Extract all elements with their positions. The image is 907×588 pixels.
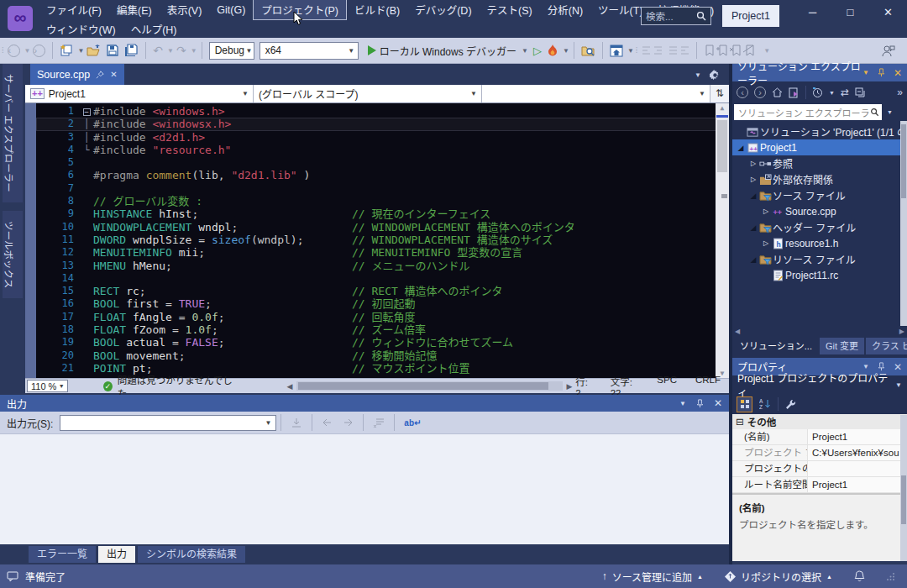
expanded-arrow-icon[interactable]: ◢ bbox=[736, 144, 746, 152]
code-line[interactable]: 13HMENU hMenu;// メニューのハンドル bbox=[36, 260, 729, 272]
select-repository-button[interactable]: リポジトリの選択 ▲ bbox=[725, 570, 832, 584]
member-scope-dropdown[interactable]: ▼ bbox=[482, 85, 710, 102]
property-row[interactable]: プロジェクトの依存 bbox=[732, 461, 907, 477]
menu-item[interactable]: 分析(N) bbox=[540, 0, 590, 19]
window-position-icon[interactable]: ▼ bbox=[679, 400, 686, 407]
properties-scrollbar[interactable] bbox=[900, 415, 907, 561]
code-line[interactable]: 8// グローバル変数 : bbox=[36, 195, 729, 207]
code-line[interactable]: 9HINSTANCE hInst;// 現在のインターフェイス bbox=[36, 207, 729, 220]
close-icon[interactable]: ✕ bbox=[894, 67, 902, 79]
property-category-row[interactable]: ⊟ その他 bbox=[732, 414, 907, 429]
property-value[interactable] bbox=[808, 461, 907, 476]
categorized-icon[interactable] bbox=[737, 396, 752, 412]
zoom-level-dropdown[interactable]: 110 %▼ bbox=[27, 380, 68, 392]
expanded-arrow-icon[interactable]: ◢ bbox=[748, 192, 758, 200]
navigate-forward-icon[interactable]: › bbox=[33, 45, 45, 57]
close-tab-icon[interactable]: ✕ bbox=[110, 70, 117, 79]
bookmark-icons[interactable] bbox=[704, 45, 759, 56]
minimize-button[interactable]: ─ bbox=[794, 0, 831, 27]
window-position-icon[interactable]: ▼ bbox=[862, 69, 869, 76]
back-icon[interactable]: ‹ bbox=[737, 87, 748, 98]
code-line[interactable]: 15RECT rc;// RECT 構造体へのポインタ bbox=[36, 285, 729, 297]
tree-item[interactable]: ◢リソース ファイル bbox=[732, 251, 907, 267]
navigate-back-icon[interactable]: ‹ bbox=[8, 45, 20, 57]
expanded-arrow-icon[interactable]: ◢ bbox=[748, 223, 758, 232]
scrollbar-thumb[interactable] bbox=[717, 120, 727, 172]
bell-icon[interactable] bbox=[854, 570, 865, 582]
output-source-dropdown[interactable]: ▼ bbox=[60, 415, 276, 431]
collapsed-arrow-icon[interactable]: ▷ bbox=[761, 207, 771, 215]
collapsed-arrow-icon[interactable]: ▷ bbox=[748, 160, 758, 167]
tree-item[interactable]: ◢ヘッダー ファイル bbox=[732, 219, 907, 235]
solution-explorer-scrollbar[interactable] bbox=[900, 121, 907, 326]
tree-item[interactable]: ◢++Project1 bbox=[732, 139, 907, 155]
code-line[interactable]: 19BOOL actual = FALSE;// ウィンドウに合わせてズーム bbox=[36, 336, 729, 349]
tool-tab[interactable]: クラス ビュー bbox=[866, 338, 907, 354]
code-line[interactable]: 6#pragma comment(lib, "d2d1.lib" ) bbox=[36, 169, 729, 181]
property-value[interactable]: Project1 bbox=[808, 477, 907, 492]
code-line[interactable]: 11DWORD wndplSize = sizeof(wndpl);// WIN… bbox=[36, 234, 729, 246]
redo-icon[interactable]: ↷ bbox=[176, 44, 186, 57]
platform-dropdown[interactable]: x64▼ bbox=[260, 42, 359, 60]
collapse-all-icon[interactable] bbox=[855, 87, 865, 98]
resize-grip-icon[interactable] bbox=[887, 572, 895, 580]
editor-vertical-scrollbar[interactable]: ▲ ▼ bbox=[716, 103, 729, 378]
code-line[interactable]: 10WINDOWPLACEMENT wndpl;// WINDOWPLACEME… bbox=[36, 221, 729, 234]
wrench-icon[interactable] bbox=[785, 399, 796, 410]
close-icon[interactable]: ✕ bbox=[714, 397, 722, 409]
tree-item[interactable]: ▷hresource1.h bbox=[732, 235, 907, 251]
toolbar-overflow-icon[interactable]: » bbox=[897, 87, 903, 98]
code-line[interactable]: 3│#include <d2d1.h> bbox=[36, 131, 729, 144]
tree-horizontal-scrollbar[interactable]: ◀▶ bbox=[732, 326, 907, 336]
code-line[interactable]: 4└#include "resource.h" bbox=[36, 144, 729, 156]
panel-tab[interactable]: シンボルの検索結果 bbox=[138, 546, 245, 563]
tree-item[interactable]: ソリューション 'Project1' (1/1 のプロ bbox=[732, 123, 907, 139]
tree-item[interactable]: ▷++Source.cpp bbox=[732, 203, 907, 219]
tree-item[interactable]: ◢ソース ファイル bbox=[732, 187, 907, 203]
save-icon[interactable] bbox=[106, 44, 119, 57]
search-options-icon[interactable]: ▼ bbox=[887, 109, 893, 115]
menu-item[interactable]: ビルド(B) bbox=[347, 0, 407, 19]
switch-views-icon[interactable] bbox=[789, 87, 800, 98]
menu-item[interactable]: 表示(V) bbox=[160, 0, 210, 19]
code-line[interactable]: 17FLOAT fAngle = 0.0f;// 回転角度 bbox=[36, 311, 729, 323]
menu-item[interactable]: ファイル(F) bbox=[39, 0, 109, 19]
home-icon[interactable] bbox=[772, 87, 783, 97]
tab-source-cpp[interactable]: Source.cpp ✕ bbox=[30, 64, 124, 85]
tool-tab[interactable]: Git 変更 bbox=[820, 338, 864, 354]
code-line[interactable]: 16BOOL first = TRUE;// 初回起動 bbox=[36, 297, 729, 310]
feedback-icon[interactable] bbox=[7, 571, 18, 582]
code-line[interactable]: 18FLOAT fZoom = 1.0f;// ズーム倍率 bbox=[36, 323, 729, 336]
menu-item[interactable]: ウィンドウ(W) bbox=[39, 19, 123, 39]
tool-tab[interactable]: ソリューション... bbox=[734, 338, 818, 354]
pin-icon[interactable] bbox=[877, 68, 886, 77]
window-position-icon[interactable]: ▼ bbox=[862, 363, 869, 370]
code-line[interactable]: 5 bbox=[36, 156, 729, 169]
save-all-icon[interactable] bbox=[124, 44, 139, 57]
find-in-files-icon[interactable] bbox=[581, 44, 595, 57]
code-area[interactable]: 1−#include <windows.h>2│#include <window… bbox=[25, 103, 729, 378]
toolbar-grip[interactable]: ⁞ bbox=[2, 46, 3, 55]
scroll-right-icon[interactable]: ▶ bbox=[563, 382, 575, 391]
code-line[interactable]: 20BOOL movement;// 移動開始記憶 bbox=[36, 349, 729, 362]
indicator-margin[interactable] bbox=[25, 103, 36, 378]
hot-reload-icon[interactable] bbox=[547, 44, 558, 57]
sync-with-active-icon[interactable]: ⇄ bbox=[841, 87, 849, 98]
scroll-left-icon[interactable]: ◀ bbox=[284, 382, 296, 391]
pin-icon[interactable] bbox=[695, 399, 705, 408]
alphabetical-sort-icon[interactable]: AZ bbox=[759, 398, 771, 410]
maximize-button[interactable]: □ bbox=[831, 0, 869, 27]
code-line[interactable]: 14 bbox=[36, 272, 729, 285]
pending-changes-filter-icon[interactable] bbox=[812, 87, 823, 98]
word-wrap-icon[interactable]: ab↵ bbox=[404, 418, 421, 428]
scroll-right-icon[interactable]: ▶ bbox=[899, 328, 904, 335]
menu-item[interactable]: ヘルプ(H) bbox=[123, 19, 185, 39]
start-debug-button[interactable]: ローカル Windows デバッガー ▼ bbox=[368, 44, 528, 58]
properties-object-dropdown[interactable]: Project1 プロジェクトのプロパティ▼ bbox=[732, 375, 907, 394]
split-editor-button[interactable]: ⇅ bbox=[710, 85, 729, 102]
property-row[interactable]: ルート名前空間Project1 bbox=[732, 477, 907, 493]
menu-item[interactable]: 編集(E) bbox=[109, 0, 160, 19]
menu-item[interactable]: Git(G) bbox=[209, 3, 253, 18]
code-line[interactable]: 12MENUITEMINFO mii;// MENUITEMINFO 型変数の宣… bbox=[36, 246, 729, 259]
solution-config-dropdown[interactable]: Debug▼ bbox=[209, 42, 254, 60]
